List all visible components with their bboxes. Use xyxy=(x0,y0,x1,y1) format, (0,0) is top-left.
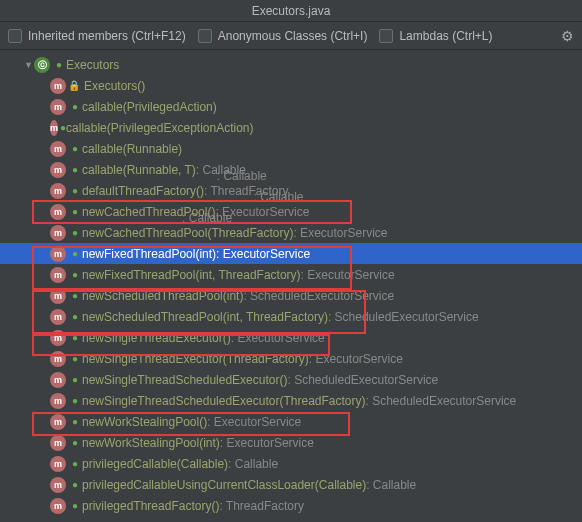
filter-bar: Inherited members (Ctrl+F12) Anonymous C… xyxy=(0,22,582,50)
method-row[interactable]: m ● newFixedThreadPool(int, ThreadFactor… xyxy=(0,264,582,285)
method-params: (int) xyxy=(199,436,220,450)
method-return: : ExecutorService xyxy=(207,415,301,429)
public-icon: ● xyxy=(68,101,82,112)
method-name: newWorkStealingPool xyxy=(82,436,199,450)
method-row[interactable]: m ● newFixedThreadPool(int): ExecutorSer… xyxy=(0,243,582,264)
public-icon: ● xyxy=(68,143,82,154)
method-params: () xyxy=(211,499,219,513)
method-icon: m xyxy=(50,120,58,136)
method-name: callable xyxy=(82,142,123,156)
method-name: newWorkStealingPool xyxy=(82,415,199,429)
method-name: callable xyxy=(66,121,107,135)
method-return: : ThreadFactory xyxy=(219,499,303,513)
method-params: (ThreadFactory) xyxy=(279,394,365,408)
checkbox-icon xyxy=(379,29,393,43)
checkbox-icon xyxy=(8,29,22,43)
method-name: callable xyxy=(82,100,123,114)
method-icon: m xyxy=(50,225,66,241)
public-icon: ● xyxy=(68,479,82,490)
method-row[interactable]: m ● privilegedCallableUsingCurrentClassL… xyxy=(0,474,582,495)
method-name: newScheduledThreadPool xyxy=(82,289,223,303)
method-icon: m xyxy=(50,267,66,283)
public-icon: ● xyxy=(68,374,82,385)
method-return: : Callable xyxy=(196,163,246,177)
method-icon: m xyxy=(50,351,66,367)
class-icon: ⓒ xyxy=(34,57,50,73)
method-params: (int, ThreadFactory) xyxy=(223,310,328,324)
method-icon: m xyxy=(50,204,66,220)
filter-inherited[interactable]: Inherited members (Ctrl+F12) xyxy=(8,29,186,43)
method-return: : Callable xyxy=(228,457,278,471)
method-row[interactable]: m ● newScheduledThreadPool(int, ThreadFa… xyxy=(0,306,582,327)
method-row[interactable]: m ● newSingleThreadScheduledExecutor(Thr… xyxy=(0,390,582,411)
method-icon: m xyxy=(50,435,66,451)
method-icon: m xyxy=(50,183,66,199)
expand-icon[interactable]: ▼ xyxy=(24,60,34,70)
method-icon: m xyxy=(50,99,66,115)
public-icon: ● xyxy=(52,59,66,70)
method-icon: m xyxy=(50,330,66,346)
method-row[interactable]: m ● callable(Runnable): Callable xyxy=(0,138,582,159)
method-params: (int, ThreadFactory) xyxy=(195,268,300,282)
class-name: Executors xyxy=(66,58,119,72)
filter-label: Anonymous Classes (Ctrl+I) xyxy=(218,29,368,43)
public-icon: ● xyxy=(68,416,82,427)
method-return: : ScheduledExecutorService xyxy=(243,289,394,303)
method-row[interactable]: m ● newWorkStealingPool(int): ExecutorSe… xyxy=(0,432,582,453)
method-return: : ExecutorService xyxy=(215,205,309,219)
method-row[interactable]: m ● newScheduledThreadPool(int): Schedul… xyxy=(0,285,582,306)
filter-label: Inherited members (Ctrl+F12) xyxy=(28,29,186,43)
method-name: newSingleThreadExecutor xyxy=(82,352,223,366)
public-icon: ● xyxy=(68,332,82,343)
method-name: privilegedCallableUsingCurrentClassLoade… xyxy=(82,478,315,492)
method-params: (ThreadFactory) xyxy=(207,226,293,240)
method-params: (Runnable) xyxy=(123,142,182,156)
method-params: () xyxy=(279,373,287,387)
public-icon: ● xyxy=(68,437,82,448)
window-title: Executors.java xyxy=(0,0,582,22)
method-icon: m xyxy=(50,477,66,493)
method-return: : ExecutorService xyxy=(309,352,403,366)
filter-anonymous[interactable]: Anonymous Classes (Ctrl+I) xyxy=(198,29,368,43)
structure-tree[interactable]: ▼ ⓒ ● Executorsm 🔒 Executors()m ● callab… xyxy=(0,50,582,522)
method-params: (Callable) xyxy=(177,457,228,471)
method-params: (int) xyxy=(195,247,216,261)
method-icon: m xyxy=(50,141,66,157)
method-icon: m xyxy=(50,246,66,262)
method-row[interactable]: m ● newCachedThreadPool(ThreadFactory): … xyxy=(0,222,582,243)
method-name: newSingleThreadExecutor xyxy=(82,331,223,345)
method-row[interactable]: m ● newSingleThreadExecutor(ThreadFactor… xyxy=(0,348,582,369)
method-row[interactable]: m ● privilegedCallable(Callable): Callab… xyxy=(0,453,582,474)
public-icon: ● xyxy=(68,248,82,259)
method-name: newSingleThreadScheduledExecutor xyxy=(82,373,279,387)
method-row[interactable]: m ● newSingleThreadExecutor(): ExecutorS… xyxy=(0,327,582,348)
gear-icon[interactable]: ⚙ xyxy=(561,28,574,44)
method-name: newScheduledThreadPool xyxy=(82,310,223,324)
method-row[interactable]: m ● newWorkStealingPool(): ExecutorServi… xyxy=(0,411,582,432)
filter-label: Lambdas (Ctrl+L) xyxy=(399,29,492,43)
public-icon: ● xyxy=(68,311,82,322)
method-name: newSingleThreadScheduledExecutor xyxy=(82,394,279,408)
method-params: (int) xyxy=(223,289,244,303)
method-return: : Callable xyxy=(182,72,532,225)
method-icon: m xyxy=(50,414,66,430)
method-return: : ScheduledExecutorService xyxy=(287,373,438,387)
filter-lambdas[interactable]: Lambdas (Ctrl+L) xyxy=(379,29,492,43)
method-return: : ScheduledExecutorService xyxy=(366,394,517,408)
method-params: () xyxy=(196,184,204,198)
method-icon: m xyxy=(50,78,66,94)
public-icon: ● xyxy=(68,164,82,175)
public-icon: ● xyxy=(68,227,82,238)
method-name: defaultThreadFactory xyxy=(82,184,196,198)
method-row[interactable]: m ● privilegedThreadFactory(): ThreadFac… xyxy=(0,495,582,516)
method-params: () xyxy=(223,331,231,345)
public-icon: ● xyxy=(68,269,82,280)
method-name: newCachedThreadPool xyxy=(82,205,207,219)
checkbox-icon xyxy=(198,29,212,43)
method-icon: m xyxy=(50,456,66,472)
lock-icon: 🔒 xyxy=(68,80,80,91)
public-icon: ● xyxy=(68,458,82,469)
method-name: privilegedThreadFactory xyxy=(82,499,211,513)
method-return: : ExecutorService xyxy=(301,268,395,282)
method-row[interactable]: m ● newSingleThreadScheduledExecutor(): … xyxy=(0,369,582,390)
